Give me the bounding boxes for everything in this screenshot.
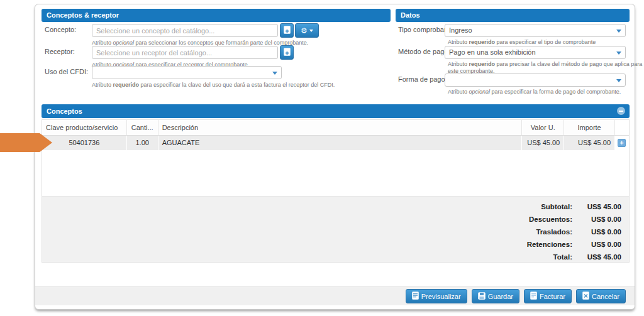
uso-cfdi-select[interactable] — [92, 66, 282, 79]
panel-title: Conceptos — [47, 107, 82, 115]
cell-valor-unitario: US$ 45.00 — [522, 136, 564, 150]
cancel-document-icon — [582, 291, 589, 301]
chevron-down-icon — [616, 30, 621, 33]
total-row-traslados: Traslados: US$ 0.00 — [42, 226, 629, 238]
uso-cfdi-helper-text: Atributo requerido para especificar la c… — [92, 82, 335, 89]
cancelar-button[interactable]: Cancelar — [576, 289, 626, 303]
concepto-add-button[interactable] — [280, 23, 294, 38]
panel-title: Datos — [401, 11, 420, 19]
metodo-pago-value: Pago en una sola exhibición — [449, 48, 536, 56]
chevron-down-icon — [616, 52, 621, 55]
uso-cfdi-label: Uso del CFDI: — [45, 68, 88, 75]
cfdi-invoice-editor: Conceptos & receptor Concepto: ⚙ Atribut… — [0, 0, 644, 316]
tipo-comprobante-select[interactable]: Ingreso — [445, 24, 626, 37]
facturar-button[interactable]: Facturar — [524, 289, 572, 303]
tipo-comprobante-value: Ingreso — [449, 26, 472, 34]
total-row-subtotal: Subtotal: US$ 45.00 — [42, 200, 629, 213]
metodo-pago-select[interactable]: Pago en una sola exhibición — [445, 46, 626, 59]
chevron-down-icon — [272, 72, 277, 75]
column-header-actions — [615, 120, 629, 135]
preview-document-icon — [412, 291, 419, 301]
metodo-pago-label: Método de pago: — [398, 48, 450, 55]
receptor-input[interactable] — [92, 46, 278, 59]
cell-clave: 50401736 — [42, 136, 127, 150]
forma-pago-select[interactable] — [445, 74, 626, 87]
total-row-total: Total: US$ 45.00 — [42, 251, 629, 263]
column-header-descripcion[interactable]: Descripción — [158, 120, 523, 135]
forma-pago-label: Forma de pago: — [398, 75, 447, 83]
totals-section: Subtotal: US$ 45.00 Descuentos: US$ 0.00… — [42, 196, 629, 262]
metodo-pago-helper-text: Atributo requerido para precisar la clav… — [448, 61, 644, 75]
cell-descripcion: AGUACATE — [158, 136, 523, 150]
grid-header-row: Clave producto/servicio Canti... Descrip… — [42, 120, 629, 136]
previsualizar-button[interactable]: Previsualizar — [406, 289, 467, 303]
plus-icon[interactable]: + — [618, 139, 626, 147]
column-header-valor-unitario[interactable]: Valor U. — [522, 120, 564, 135]
footer-action-bar: Previsualizar Guardar Facturar Cancelar — [35, 286, 635, 305]
cell-cantidad: 1.00 — [127, 136, 158, 150]
total-row-retenciones: Retenciones: US$ 0.00 — [42, 238, 629, 251]
column-header-clave[interactable]: Clave producto/servicio — [42, 120, 127, 135]
receptor-add-button[interactable] — [280, 45, 294, 60]
cell-importe: US$ 45.00 — [564, 136, 615, 150]
document-plus-icon — [284, 47, 291, 58]
document-plus-icon — [284, 25, 291, 36]
cell-actions: + — [615, 136, 629, 150]
forma-pago-helper-text: Atributo opcional para especificar la fo… — [448, 89, 621, 95]
concepto-label: Concepto: — [45, 26, 76, 33]
column-header-cantidad[interactable]: Canti... — [127, 120, 158, 135]
chevron-down-icon — [309, 30, 313, 32]
column-header-importe[interactable]: Importe — [564, 120, 615, 135]
panel-header-datos: Datos — [396, 9, 630, 22]
guardar-button[interactable]: Guardar — [472, 289, 519, 303]
chevron-down-icon — [616, 79, 621, 82]
collapse-panel-button[interactable] — [617, 107, 625, 115]
invoice-document-icon — [530, 291, 537, 301]
panel-header-conceptos-receptor: Conceptos & receptor — [42, 9, 391, 22]
concepto-options-button[interactable]: ⚙ — [295, 23, 319, 38]
panel-header-conceptos: Conceptos — [42, 104, 630, 118]
panel-title: Conceptos & receptor — [47, 11, 119, 19]
tipo-comprobante-helper-text: Atributo requerido para especificar el t… — [448, 39, 596, 46]
save-icon — [478, 292, 486, 301]
gear-icon: ⚙ — [301, 27, 308, 35]
receptor-label: Receptor: — [45, 48, 75, 55]
invoice-card: Conceptos & receptor Concepto: ⚙ Atribut… — [35, 4, 635, 310]
conceptos-grid: Clave producto/servicio Canti... Descrip… — [42, 119, 630, 263]
total-row-descuentos: Descuentos: US$ 0.00 — [42, 213, 629, 226]
concepto-input[interactable] — [92, 24, 278, 37]
concepto-table-row[interactable]: 50401736 1.00 AGUACATE US$ 45.00 US$ 45.… — [42, 136, 629, 150]
